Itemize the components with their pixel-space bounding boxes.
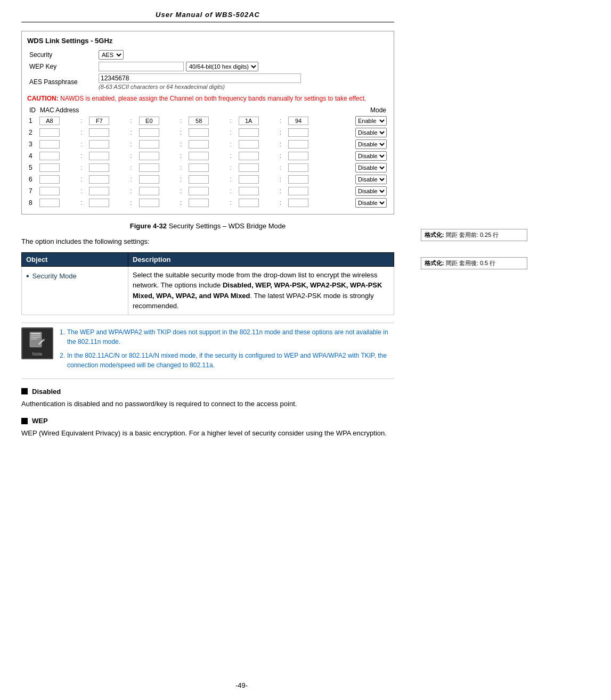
- mac-input-3-3[interactable]: [139, 140, 159, 149]
- mac-input-2-1[interactable]: [39, 128, 60, 137]
- mac-mode-select-1[interactable]: EnableDisable: [355, 116, 387, 126]
- mac-mode-cell-7[interactable]: EnableDisable: [328, 185, 388, 197]
- mac-oct-1-4[interactable]: [187, 115, 228, 127]
- mac-oct-3-2[interactable]: [87, 138, 128, 150]
- mac-oct-2-3[interactable]: [137, 127, 178, 138]
- mac-oct-7-5[interactable]: [237, 185, 278, 197]
- mac-input-5-2[interactable]: [89, 163, 109, 172]
- mac-input-5-5[interactable]: [239, 163, 259, 172]
- mac-oct-7-1[interactable]: [38, 185, 79, 197]
- mac-oct-5-3[interactable]: [137, 162, 178, 174]
- mac-oct-6-4[interactable]: [187, 174, 228, 185]
- mac-oct-3-4[interactable]: [187, 138, 228, 150]
- mac-oct-2-6[interactable]: [287, 127, 328, 138]
- mac-input-7-6[interactable]: [288, 187, 308, 195]
- mac-mode-select-3[interactable]: EnableDisable: [355, 139, 387, 149]
- mac-input-3-6[interactable]: [288, 140, 308, 149]
- mac-input-2-6[interactable]: [288, 128, 308, 137]
- mac-oct-3-1[interactable]: [38, 138, 79, 150]
- mac-oct-6-3[interactable]: [137, 174, 178, 185]
- mac-oct-5-6[interactable]: [287, 162, 328, 174]
- mac-mode-select-4[interactable]: EnableDisable: [355, 151, 387, 161]
- mac-mode-cell-5[interactable]: EnableDisable: [328, 162, 388, 174]
- mac-mode-select-5[interactable]: EnableDisable: [355, 163, 387, 172]
- mac-input-4-3[interactable]: [139, 152, 159, 160]
- mac-input-6-3[interactable]: [139, 175, 159, 184]
- aes-passphrase-input[interactable]: [99, 73, 301, 83]
- mac-oct-2-5[interactable]: [237, 127, 278, 138]
- mac-input-7-4[interactable]: [189, 187, 209, 195]
- mac-mode-cell-3[interactable]: EnableDisable: [328, 138, 388, 150]
- mac-input-4-4[interactable]: [189, 152, 209, 160]
- mac-input-5-1[interactable]: [39, 163, 60, 172]
- mac-oct-7-2[interactable]: [87, 185, 128, 197]
- mac-input-7-3[interactable]: [139, 187, 159, 195]
- mac-mode-cell-4[interactable]: EnableDisable: [328, 150, 388, 162]
- mac-input-1-3[interactable]: [139, 117, 159, 125]
- mac-input-1-6[interactable]: [288, 117, 308, 125]
- mac-input-7-1[interactable]: [39, 187, 60, 195]
- mac-oct-5-1[interactable]: [38, 162, 79, 174]
- mac-oct-6-5[interactable]: [237, 174, 278, 185]
- mac-mode-cell-6[interactable]: EnableDisable: [328, 174, 388, 185]
- mac-oct-2-2[interactable]: [87, 127, 128, 138]
- mac-oct-5-2[interactable]: [87, 162, 128, 174]
- mac-input-5-3[interactable]: [139, 163, 159, 172]
- mac-input-4-1[interactable]: [39, 152, 60, 160]
- mac-input-3-5[interactable]: [239, 140, 259, 149]
- mac-mode-cell-2[interactable]: EnableDisable: [328, 127, 388, 138]
- mac-mode-cell-8[interactable]: EnableDisable: [328, 197, 388, 209]
- mac-oct-6-6[interactable]: [287, 174, 328, 185]
- mac-oct-1-2[interactable]: [87, 115, 128, 127]
- mac-input-1-5[interactable]: [239, 117, 259, 125]
- mac-input-2-3[interactable]: [139, 128, 159, 137]
- security-select[interactable]: AES: [99, 50, 124, 60]
- mac-oct-4-5[interactable]: [237, 150, 278, 162]
- mac-oct-7-4[interactable]: [187, 185, 228, 197]
- mac-mode-select-7[interactable]: EnableDisable: [355, 186, 387, 196]
- mac-oct-2-1[interactable]: [38, 127, 79, 138]
- mac-input-8-2[interactable]: [89, 199, 109, 207]
- mac-oct-5-4[interactable]: [187, 162, 228, 174]
- mac-oct-8-3[interactable]: [137, 197, 178, 209]
- mac-mode-cell-1[interactable]: EnableDisable: [328, 115, 388, 127]
- mac-oct-4-2[interactable]: [87, 150, 128, 162]
- mac-oct-6-2[interactable]: [87, 174, 128, 185]
- mac-oct-1-3[interactable]: [137, 115, 178, 127]
- mac-input-1-2[interactable]: [89, 117, 109, 125]
- mac-oct-6-1[interactable]: [38, 174, 79, 185]
- mac-input-5-6[interactable]: [288, 163, 308, 172]
- mac-input-6-6[interactable]: [288, 175, 308, 184]
- mac-oct-7-6[interactable]: [287, 185, 328, 197]
- mac-input-8-6[interactable]: [288, 199, 308, 207]
- mac-oct-2-4[interactable]: [187, 127, 228, 138]
- wep-key-input[interactable]: [99, 62, 184, 71]
- mac-input-3-4[interactable]: [189, 140, 209, 149]
- mac-input-2-4[interactable]: [189, 128, 209, 137]
- mac-oct-1-5[interactable]: [237, 115, 278, 127]
- mac-oct-4-1[interactable]: [38, 150, 79, 162]
- mac-input-4-2[interactable]: [89, 152, 109, 160]
- mac-input-8-3[interactable]: [139, 199, 159, 207]
- mac-input-8-5[interactable]: [239, 199, 259, 207]
- security-select-cell[interactable]: AES: [96, 49, 388, 61]
- mac-oct-1-1[interactable]: [38, 115, 79, 127]
- mac-input-6-5[interactable]: [239, 175, 259, 184]
- mac-oct-3-6[interactable]: [287, 138, 328, 150]
- mac-oct-4-4[interactable]: [187, 150, 228, 162]
- mac-mode-select-2[interactable]: EnableDisable: [355, 128, 387, 137]
- mac-input-7-2[interactable]: [89, 187, 109, 195]
- mac-input-2-2[interactable]: [89, 128, 109, 137]
- mac-oct-8-4[interactable]: [187, 197, 228, 209]
- mac-oct-1-6[interactable]: [287, 115, 328, 127]
- mac-oct-4-3[interactable]: [137, 150, 178, 162]
- mac-oct-8-2[interactable]: [87, 197, 128, 209]
- mac-input-3-2[interactable]: [89, 140, 109, 149]
- mac-input-6-2[interactable]: [89, 175, 109, 184]
- mac-input-6-4[interactable]: [189, 175, 209, 184]
- mac-input-8-4[interactable]: [189, 199, 209, 207]
- mac-mode-select-8[interactable]: EnableDisable: [355, 198, 387, 208]
- mac-oct-8-6[interactable]: [287, 197, 328, 209]
- mac-oct-8-5[interactable]: [237, 197, 278, 209]
- mac-input-3-1[interactable]: [39, 140, 60, 149]
